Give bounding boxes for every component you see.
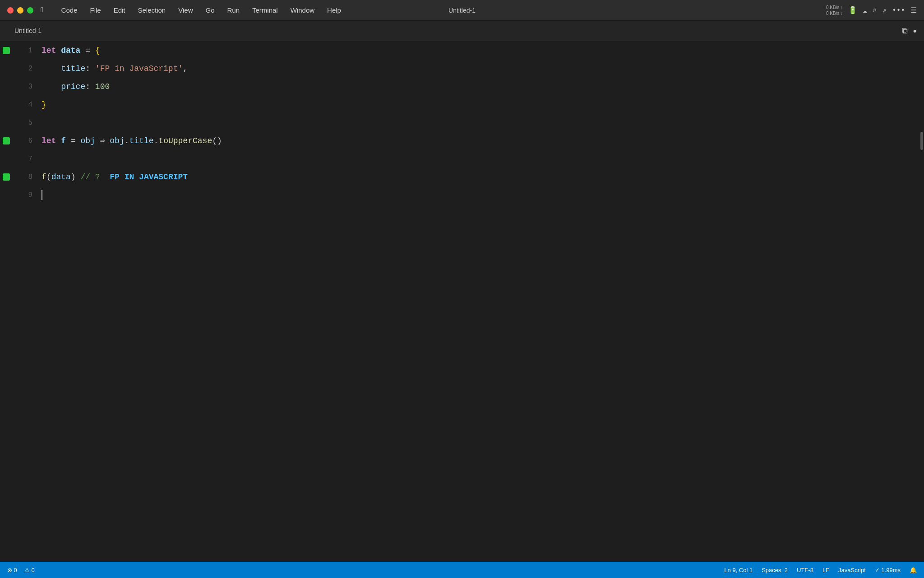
table-row: 2 ____title: 'FP in JavaScript',: [0, 60, 919, 78]
menu-view[interactable]: View: [173, 5, 198, 16]
warning-count[interactable]: ⚠ 0: [24, 567, 35, 573]
minimize-button[interactable]: [17, 7, 23, 14]
timing-info: ✓ 1.99ms: [875, 567, 901, 573]
menu-selection[interactable]: Selection: [133, 5, 171, 16]
encoding[interactable]: UTF-8: [797, 567, 813, 573]
scrollbar-thumb[interactable]: [920, 132, 923, 150]
code-line-9: [40, 190, 42, 200]
apple-logo-icon: : [41, 6, 45, 14]
menu-terminal[interactable]: Terminal: [247, 5, 283, 16]
table-row: 1 let data = {: [0, 42, 919, 60]
code-editor[interactable]: 1 let data = { 2 ____title: 'FP in JavaS…: [0, 42, 919, 562]
wifi-icon: ☁: [863, 6, 867, 15]
menu-bar:  Code File Edit Selection View Go Run T…: [0, 0, 924, 21]
status-left: ⊗ 0 ⚠ 0: [7, 567, 35, 573]
window-title: Untitled-1: [448, 7, 476, 14]
search-icon[interactable]: ⌕: [873, 6, 877, 15]
tab-untitled[interactable]: Untitled-1: [7, 23, 49, 38]
share-icon[interactable]: ↗: [882, 6, 887, 15]
menu-code[interactable]: Code: [56, 5, 83, 16]
cursor-position[interactable]: Ln 9, Col 1: [724, 567, 753, 573]
line-number-4: 4: [13, 96, 40, 114]
code-line-2: ____title: 'FP in JavaScript',: [40, 60, 188, 78]
list-icon[interactable]: ☰: [910, 6, 917, 15]
table-row: 7: [0, 150, 919, 168]
status-right: Ln 9, Col 1 Spaces: 2 UTF-8 LF JavaScrip…: [724, 567, 917, 573]
battery-icon: 🔋: [848, 6, 857, 15]
tab-bar: Untitled-1 ⧉ ●: [0, 21, 924, 42]
code-line-1: let data = {: [40, 42, 100, 60]
code-line-6: let f = obj ⇒ obj.title.toUpperCase(): [40, 132, 222, 150]
tab-right-icons: ⧉ ●: [902, 27, 917, 36]
line-number-9: 9: [13, 186, 40, 204]
editor-container: 1 let data = { 2 ____title: 'FP in JavaS…: [0, 42, 924, 562]
line-number-7: 7: [13, 150, 40, 168]
code-line-3: ____price: 100: [40, 78, 110, 96]
line-number-8: 8: [13, 168, 40, 186]
menu-right-icons: 0 KB/s ↑ 0 KB/s ↓ 🔋 ☁ ⌕ ↗ ••• ☰: [826, 5, 917, 16]
menu-window[interactable]: Window: [285, 5, 320, 16]
line-number-2: 2: [13, 60, 40, 78]
table-row: 8 f(data) // ? FP IN JAVASCRIPT: [0, 168, 919, 186]
line-number-1: 1: [13, 42, 40, 60]
eol-type[interactable]: LF: [822, 567, 829, 573]
maximize-button[interactable]: [27, 7, 33, 14]
table-row: 4 }: [0, 96, 919, 114]
error-count[interactable]: ⊗ 0: [7, 567, 17, 573]
network-upload: 0 KB/s ↑: [826, 5, 843, 10]
table-row: 6 let f = obj ⇒ obj.title.toUpperCase(): [0, 132, 919, 150]
breakpoint-1[interactable]: [0, 47, 13, 54]
more-icon[interactable]: •••: [892, 6, 905, 14]
menu-help[interactable]: Help: [322, 5, 346, 16]
tab-label: Untitled-1: [14, 27, 42, 34]
line-number-5: 5: [13, 114, 40, 132]
breakpoint-8[interactable]: [0, 173, 13, 181]
status-bar: ⊗ 0 ⚠ 0 Ln 9, Col 1 Spaces: 2 UTF-8 LF J…: [0, 562, 924, 578]
code-line-8: f(data) // ? FP IN JAVASCRIPT: [40, 168, 188, 186]
vertical-scrollbar[interactable]: [919, 42, 924, 562]
menu-items:  Code File Edit Selection View Go Run T…: [41, 5, 826, 16]
notifications-icon[interactable]: 🔔: [910, 567, 917, 573]
menu-run[interactable]: Run: [222, 5, 245, 16]
network-download: 0 KB/s ↓: [826, 10, 843, 16]
menu-file[interactable]: File: [84, 5, 106, 16]
table-row: 9: [0, 186, 919, 204]
split-editor-icon[interactable]: ⧉: [902, 27, 908, 36]
breakpoint-6[interactable]: [0, 137, 13, 144]
table-row: 5: [0, 114, 919, 132]
menu-go[interactable]: Go: [200, 5, 220, 16]
table-row: 3 ____price: 100: [0, 78, 919, 96]
language-mode[interactable]: JavaScript: [838, 567, 866, 573]
close-button[interactable]: [7, 7, 14, 14]
traffic-lights: [7, 7, 33, 14]
indentation[interactable]: Spaces: 2: [762, 567, 788, 573]
line-number-3: 3: [13, 78, 40, 96]
dot-indicator: ●: [913, 28, 917, 35]
menu-edit[interactable]: Edit: [108, 5, 131, 16]
line-number-6: 6: [13, 132, 40, 150]
network-info: 0 KB/s ↑ 0 KB/s ↓: [826, 5, 843, 16]
code-line-4: }: [40, 96, 46, 114]
